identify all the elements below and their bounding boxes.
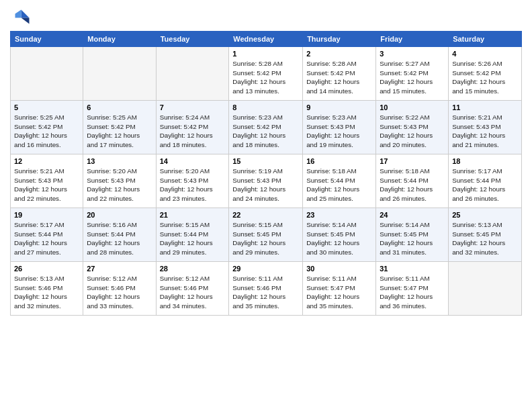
calendar-cell: 29Sunrise: 5:11 AM Sunset: 5:46 PM Dayli…	[229, 262, 303, 316]
logo	[10, 7, 33, 27]
day-number: 6	[87, 103, 152, 111]
calendar-cell: 23Sunrise: 5:14 AM Sunset: 5:45 PM Dayli…	[303, 208, 376, 262]
day-number: 9	[306, 103, 372, 111]
calendar-cell: 27Sunrise: 5:12 AM Sunset: 5:46 PM Dayli…	[83, 262, 156, 316]
day-info: Sunrise: 5:22 AM Sunset: 5:43 PM Dayligh…	[380, 113, 445, 150]
day-number: 29	[232, 265, 299, 273]
day-info: Sunrise: 5:14 AM Sunset: 5:45 PM Dayligh…	[380, 220, 445, 257]
calendar-cell: 12Sunrise: 5:21 AM Sunset: 5:43 PM Dayli…	[11, 154, 83, 208]
calendar-cell: 16Sunrise: 5:18 AM Sunset: 5:44 PM Dayli…	[303, 154, 376, 208]
calendar-cell: 31Sunrise: 5:11 AM Sunset: 5:47 PM Dayli…	[376, 262, 449, 316]
svg-marker-0	[21, 10, 30, 18]
calendar-cell: 24Sunrise: 5:14 AM Sunset: 5:45 PM Dayli…	[376, 208, 449, 262]
day-number: 18	[452, 157, 518, 165]
calendar-cell: 7Sunrise: 5:24 AM Sunset: 5:42 PM Daylig…	[156, 101, 229, 154]
day-number: 5	[14, 103, 79, 111]
calendar-cell	[83, 47, 156, 101]
day-info: Sunrise: 5:16 AM Sunset: 5:44 PM Dayligh…	[87, 220, 152, 257]
week-row-1: 1Sunrise: 5:28 AM Sunset: 5:42 PM Daylig…	[11, 47, 522, 101]
calendar-cell	[11, 47, 83, 101]
calendar-cell: 1Sunrise: 5:28 AM Sunset: 5:42 PM Daylig…	[229, 47, 303, 101]
day-number: 2	[306, 50, 372, 58]
day-info: Sunrise: 5:13 AM Sunset: 5:46 PM Dayligh…	[14, 274, 79, 311]
calendar-cell	[156, 47, 229, 101]
day-number: 26	[14, 265, 79, 273]
calendar-cell: 21Sunrise: 5:15 AM Sunset: 5:44 PM Dayli…	[156, 208, 229, 262]
day-number: 21	[160, 211, 226, 219]
calendar-cell: 13Sunrise: 5:20 AM Sunset: 5:43 PM Dayli…	[83, 154, 156, 208]
day-info: Sunrise: 5:20 AM Sunset: 5:43 PM Dayligh…	[87, 167, 152, 203]
day-number: 3	[380, 50, 445, 58]
calendar-cell: 8Sunrise: 5:23 AM Sunset: 5:42 PM Daylig…	[229, 101, 303, 154]
day-number: 7	[160, 103, 226, 111]
day-info: Sunrise: 5:11 AM Sunset: 5:47 PM Dayligh…	[306, 274, 372, 311]
calendar-cell: 22Sunrise: 5:15 AM Sunset: 5:45 PM Dayli…	[229, 208, 303, 262]
day-info: Sunrise: 5:25 AM Sunset: 5:42 PM Dayligh…	[14, 113, 79, 150]
calendar-cell: 20Sunrise: 5:16 AM Sunset: 5:44 PM Dayli…	[83, 208, 156, 262]
day-number: 30	[306, 265, 372, 273]
day-number: 24	[380, 211, 445, 219]
day-number: 27	[87, 265, 152, 273]
day-info: Sunrise: 5:20 AM Sunset: 5:43 PM Dayligh…	[160, 167, 226, 203]
weekday-header-tuesday: Tuesday	[156, 32, 229, 47]
day-number: 17	[380, 157, 445, 165]
day-info: Sunrise: 5:26 AM Sunset: 5:42 PM Dayligh…	[452, 59, 518, 96]
day-number: 1	[232, 50, 299, 58]
day-info: Sunrise: 5:11 AM Sunset: 5:46 PM Dayligh…	[232, 274, 299, 311]
calendar-cell: 30Sunrise: 5:11 AM Sunset: 5:47 PM Dayli…	[303, 262, 376, 316]
svg-marker-1	[21, 18, 30, 24]
calendar-cell: 6Sunrise: 5:25 AM Sunset: 5:42 PM Daylig…	[83, 101, 156, 154]
logo-icon	[10, 7, 30, 27]
day-number: 15	[232, 157, 299, 165]
weekday-header-sunday: Sunday	[11, 32, 83, 47]
day-number: 13	[87, 157, 152, 165]
day-number: 20	[87, 211, 152, 219]
day-info: Sunrise: 5:14 AM Sunset: 5:45 PM Dayligh…	[306, 220, 372, 257]
day-info: Sunrise: 5:18 AM Sunset: 5:44 PM Dayligh…	[380, 167, 445, 203]
calendar-cell: 19Sunrise: 5:17 AM Sunset: 5:44 PM Dayli…	[11, 208, 83, 262]
weekday-header-wednesday: Wednesday	[229, 32, 303, 47]
day-info: Sunrise: 5:15 AM Sunset: 5:45 PM Dayligh…	[232, 220, 299, 257]
page: SundayMondayTuesdayWednesdayThursdayFrid…	[0, 0, 532, 411]
day-info: Sunrise: 5:25 AM Sunset: 5:42 PM Dayligh…	[87, 113, 152, 150]
day-number: 8	[232, 103, 299, 111]
day-number: 11	[452, 103, 518, 111]
calendar-cell: 5Sunrise: 5:25 AM Sunset: 5:42 PM Daylig…	[11, 101, 83, 154]
calendar-cell: 15Sunrise: 5:19 AM Sunset: 5:43 PM Dayli…	[229, 154, 303, 208]
day-number: 14	[160, 157, 226, 165]
weekday-header-thursday: Thursday	[303, 32, 376, 47]
weekday-header-monday: Monday	[83, 32, 156, 47]
day-number: 16	[306, 157, 372, 165]
day-info: Sunrise: 5:13 AM Sunset: 5:45 PM Dayligh…	[452, 220, 518, 257]
weekday-header-friday: Friday	[376, 32, 449, 47]
week-row-5: 26Sunrise: 5:13 AM Sunset: 5:46 PM Dayli…	[11, 262, 522, 316]
calendar-cell: 25Sunrise: 5:13 AM Sunset: 5:45 PM Dayli…	[449, 208, 522, 262]
day-number: 23	[306, 211, 372, 219]
calendar-cell: 14Sunrise: 5:20 AM Sunset: 5:43 PM Dayli…	[156, 154, 229, 208]
day-number: 25	[452, 211, 518, 219]
day-info: Sunrise: 5:24 AM Sunset: 5:42 PM Dayligh…	[160, 113, 226, 150]
day-info: Sunrise: 5:28 AM Sunset: 5:42 PM Dayligh…	[232, 59, 299, 96]
day-number: 22	[232, 211, 299, 219]
day-info: Sunrise: 5:23 AM Sunset: 5:43 PM Dayligh…	[306, 113, 372, 150]
day-info: Sunrise: 5:12 AM Sunset: 5:46 PM Dayligh…	[87, 274, 152, 311]
day-info: Sunrise: 5:21 AM Sunset: 5:43 PM Dayligh…	[14, 167, 79, 203]
weekday-header-row: SundayMondayTuesdayWednesdayThursdayFrid…	[11, 32, 522, 47]
day-number: 19	[14, 211, 79, 219]
calendar-cell: 2Sunrise: 5:28 AM Sunset: 5:42 PM Daylig…	[303, 47, 376, 101]
calendar-cell: 3Sunrise: 5:27 AM Sunset: 5:42 PM Daylig…	[376, 47, 449, 101]
header	[10, 7, 522, 27]
day-info: Sunrise: 5:17 AM Sunset: 5:44 PM Dayligh…	[452, 167, 518, 203]
weekday-header-saturday: Saturday	[449, 32, 522, 47]
day-info: Sunrise: 5:17 AM Sunset: 5:44 PM Dayligh…	[14, 220, 79, 257]
calendar-cell: 11Sunrise: 5:21 AM Sunset: 5:43 PM Dayli…	[449, 101, 522, 154]
day-number: 4	[452, 50, 518, 58]
week-row-3: 12Sunrise: 5:21 AM Sunset: 5:43 PM Dayli…	[11, 154, 522, 208]
svg-marker-2	[15, 10, 21, 18]
day-info: Sunrise: 5:27 AM Sunset: 5:42 PM Dayligh…	[380, 59, 445, 96]
day-number: 28	[160, 265, 226, 273]
day-info: Sunrise: 5:21 AM Sunset: 5:43 PM Dayligh…	[452, 113, 518, 150]
day-info: Sunrise: 5:12 AM Sunset: 5:46 PM Dayligh…	[160, 274, 226, 311]
week-row-2: 5Sunrise: 5:25 AM Sunset: 5:42 PM Daylig…	[11, 101, 522, 154]
day-number: 31	[380, 265, 445, 273]
